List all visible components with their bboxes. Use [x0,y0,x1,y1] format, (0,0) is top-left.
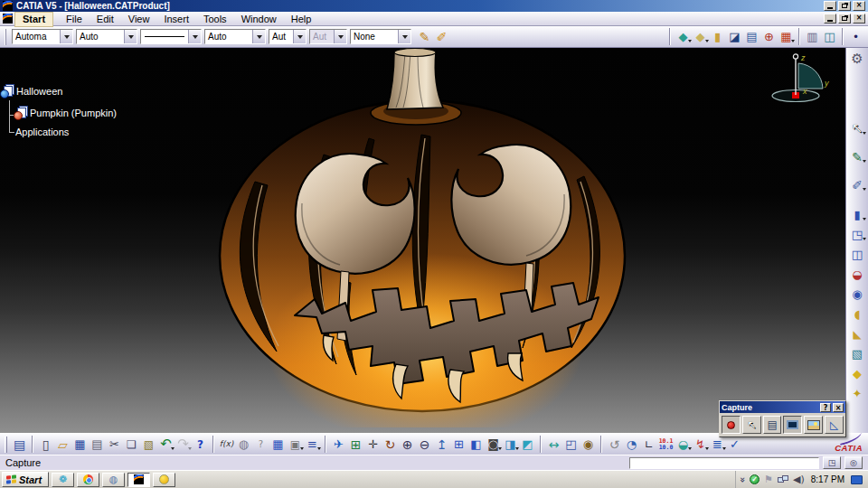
zoom-out-icon[interactable]: ⊖ [416,436,433,453]
tree-item-applications[interactable]: Applications [15,127,69,137]
toolbar-drag-handle[interactable] [5,436,7,453]
undo-icon[interactable]: ↶ [157,436,175,453]
normal-to-icon[interactable]: ↥ [433,436,450,453]
taskbar-messenger-button[interactable] [153,473,175,487]
rotate-icon[interactable]: ↻ [382,436,399,453]
settings-gear-icon[interactable]: ⚙ [849,51,866,68]
units-icon[interactable]: 10.110.0 [657,436,675,453]
dropdown-arrow-icon[interactable] [863,188,866,192]
view-mode-icon[interactable]: ◙ [485,436,502,453]
pan-icon[interactable]: ✛ [364,436,382,453]
macro-button[interactable]: ◎ [844,456,863,469]
dropdown-arrow-icon[interactable] [188,30,201,43]
menu-tools[interactable]: Tools [196,13,234,26]
dropdown-arrow-icon[interactable] [317,447,321,452]
capture-titlebar[interactable]: Capture ? × [720,401,845,413]
dropdown-arrow-icon[interactable] [252,30,265,43]
taskbar-msn-button[interactable]: ❁ [52,473,74,487]
hide-show-icon[interactable]: ◨ [502,436,519,453]
knowledge-icon[interactable]: ? [252,436,269,453]
menu-view[interactable]: View [121,13,157,26]
network-icon[interactable] [778,475,788,483]
menu-window[interactable]: Window [234,13,284,26]
box-icon[interactable]: ▧ [849,345,866,362]
security-shield-icon[interactable]: ✓ [750,474,760,484]
measure-between-icon[interactable]: ↔ [545,436,562,453]
tray-collapse-icon[interactable]: » [738,476,747,482]
fit-all-in-icon[interactable]: ⊞ [347,436,364,453]
hidden-line-icon[interactable]: ◪ [726,28,743,45]
tile-window-icon[interactable]: ▥ [804,28,821,45]
new-document-icon[interactable]: ▯ [37,436,54,453]
line-type-select[interactable] [140,29,202,44]
dropdown-arrow-icon[interactable] [863,218,866,222]
comment-icon[interactable]: ◍ [235,436,252,453]
multi-view-icon[interactable]: ⊞ [450,436,467,453]
flag-icon[interactable]: ⚑ [764,474,773,484]
knowledge-inspector-icon[interactable]: ↯ [692,436,709,453]
capture-vector-button[interactable]: ◺ [825,416,844,434]
command-input[interactable] [629,457,819,469]
look-at-icon[interactable]: ◩ [519,436,536,453]
measure-tool-icon[interactable]: ✦ [849,385,866,402]
iso-view-icon[interactable]: ◧ [467,436,485,453]
select-cursor-icon[interactable]: ↖ [849,120,866,137]
capture-options-button[interactable]: ▤ [763,416,782,434]
part-body-icon[interactable]: ✐ [849,176,866,193]
start-button[interactable]: Start [2,472,49,487]
display-settings-icon[interactable] [851,475,863,484]
print-icon[interactable]: ▤ [89,436,106,453]
design-table-icon[interactable]: ▦ [269,436,287,453]
paste-icon[interactable]: ▧ [140,436,157,453]
dropdown-arrow-icon[interactable] [60,30,72,43]
toolbar-drag-handle[interactable] [5,29,6,45]
whats-this-icon[interactable]: ? [192,436,209,453]
save-icon[interactable]: ▦ [71,436,89,453]
close-button[interactable]: × [853,1,865,11]
chamfer-icon[interactable]: ◣ [849,325,866,343]
dropdown-arrow-icon[interactable] [124,30,137,43]
painter-icon[interactable]: ✎ [416,28,433,45]
fill-color-select[interactable]: Automa [12,29,73,44]
cut-icon[interactable]: ✂ [106,436,123,453]
capture-close-button[interactable]: × [833,403,844,412]
menu-edit[interactable]: Edit [90,13,121,26]
3d-compass[interactable]: z y x [770,52,832,104]
update-icon[interactable]: ↺ [606,436,623,453]
point-symbol-select[interactable]: Aut [269,29,307,44]
menu-start[interactable]: Start [14,12,53,27]
sketcher-icon[interactable]: ✎ [849,148,866,165]
dropdown-arrow-icon[interactable] [398,30,410,43]
line-weight-select[interactable]: Auto [204,29,266,44]
taskbar-chrome-button[interactable] [77,473,99,487]
fillet-icon[interactable]: ◖ [849,305,866,323]
pocket-icon[interactable]: ◳ [849,226,866,243]
wireframe-icon[interactable]: ▤ [743,28,760,45]
capture-record-button[interactable] [722,416,741,434]
dialog-expand-button[interactable]: ◳ [823,456,841,469]
axis-system-icon[interactable]: ∟ [640,436,657,453]
mdi-close-button[interactable]: × [853,14,865,23]
mdi-restore-button[interactable] [838,14,851,23]
mdi-minimize-button[interactable] [824,14,836,23]
swap-view-icon[interactable]: ◫ [821,28,838,45]
pad-icon[interactable]: ▮ [849,206,866,223]
measure-item-icon[interactable]: ◰ [562,436,580,453]
isometric-shading-icon[interactable]: ◆ [675,28,692,45]
point-icon[interactable]: • [847,28,864,45]
shading-edges-icon[interactable]: ▮ [709,28,726,45]
pumpkin-model[interactable] [208,48,642,427]
equivalent-dimensions-icon[interactable]: ≡ [304,436,321,453]
render-style-icon[interactable]: ▦ [778,28,795,45]
layer-select[interactable]: None [350,29,411,44]
formula-icon[interactable]: f(x) [218,436,235,453]
menu-file[interactable]: File [59,13,90,26]
taskbar-media-button[interactable]: ◍ [102,473,125,487]
apply-material-icon[interactable]: ◆ [849,365,866,382]
dropdown-arrow-icon[interactable] [863,160,866,164]
menu-help[interactable]: Help [284,13,319,26]
dropdown-arrow-icon[interactable] [791,40,795,44]
shell-icon[interactable]: ◒ [849,266,866,283]
mass-properties-icon[interactable]: ◉ [580,436,597,453]
hole-icon[interactable]: ◉ [849,286,866,303]
